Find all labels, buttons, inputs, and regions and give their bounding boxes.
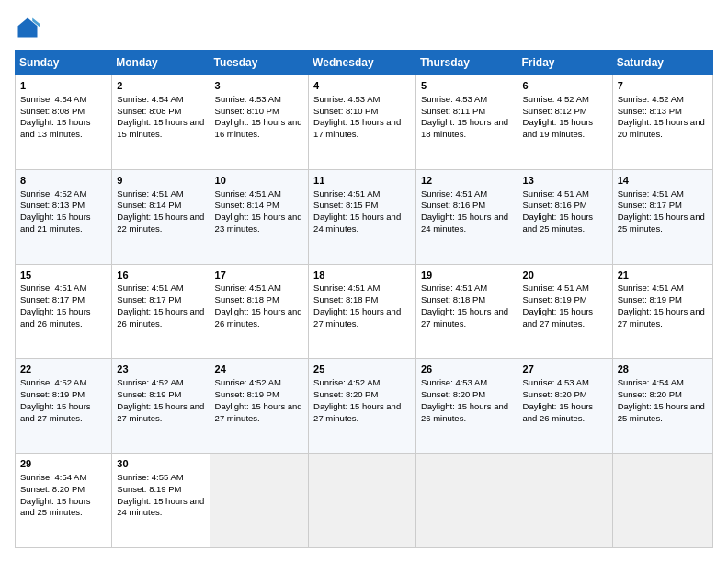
day-number: 19 (421, 269, 513, 282)
day-number: 21 (618, 269, 708, 282)
day-number: 22 (20, 362, 107, 376)
calendar-cell: 27Sunrise: 4:53 AMSunset: 8:20 PMDayligh… (518, 359, 612, 454)
daylight: Daylight: 15 hours and 20 minutes. (618, 117, 705, 139)
sunrise: Sunrise: 4:52 AM (313, 377, 380, 387)
sunset: Sunset: 8:19 PM (523, 294, 587, 304)
sunset: Sunset: 8:16 PM (421, 200, 485, 210)
week-row-5: 29Sunrise: 4:54 AMSunset: 8:20 PMDayligh… (16, 454, 713, 548)
calendar-cell: 13Sunrise: 4:51 AMSunset: 8:16 PMDayligh… (518, 169, 612, 264)
daylight: Daylight: 15 hours and 26 minutes. (523, 401, 594, 423)
day-number: 30 (117, 457, 204, 471)
header (15, 15, 713, 40)
sunrise: Sunrise: 4:51 AM (20, 282, 86, 293)
day-number: 6 (523, 79, 608, 93)
week-row-3: 15Sunrise: 4:51 AMSunset: 8:17 PMDayligh… (16, 264, 713, 359)
daylight: Daylight: 15 hours and 25 minutes. (20, 496, 91, 518)
day-number: 11 (313, 174, 411, 188)
daylight: Daylight: 15 hours and 27 minutes. (421, 306, 508, 328)
col-header-wednesday: Wednesday (309, 51, 416, 75)
day-number: 25 (313, 362, 411, 376)
logo-icon (15, 15, 40, 40)
sunset: Sunset: 8:15 PM (313, 200, 378, 210)
calendar-cell: 21Sunrise: 4:51 AMSunset: 8:19 PMDayligh… (612, 264, 712, 359)
sunrise: Sunrise: 4:52 AM (523, 94, 589, 104)
day-number: 14 (618, 174, 708, 188)
sunset: Sunset: 8:10 PM (215, 106, 279, 116)
sunrise: Sunrise: 4:51 AM (313, 282, 380, 293)
col-header-friday: Friday (518, 51, 612, 75)
day-number: 8 (20, 174, 107, 188)
sunrise: Sunrise: 4:51 AM (215, 282, 281, 293)
calendar-cell: 24Sunrise: 4:52 AMSunset: 8:19 PMDayligh… (210, 359, 309, 454)
sunset: Sunset: 8:17 PM (618, 200, 682, 210)
calendar-cell: 23Sunrise: 4:52 AMSunset: 8:19 PMDayligh… (112, 359, 210, 454)
sunset: Sunset: 8:20 PM (20, 484, 85, 494)
sunset: Sunset: 8:12 PM (523, 106, 587, 116)
daylight: Daylight: 15 hours and 24 minutes. (313, 212, 401, 234)
calendar-cell: 19Sunrise: 4:51 AMSunset: 8:18 PMDayligh… (415, 264, 518, 359)
sunset: Sunset: 8:19 PM (117, 389, 181, 399)
col-header-monday: Monday (112, 51, 210, 75)
sunset: Sunset: 8:20 PM (421, 389, 485, 399)
day-number: 23 (117, 362, 204, 376)
calendar-cell: 6Sunrise: 4:52 AMSunset: 8:12 PMDaylight… (518, 75, 612, 170)
sunset: Sunset: 8:19 PM (618, 294, 682, 304)
day-number: 5 (421, 79, 513, 93)
sunrise: Sunrise: 4:51 AM (215, 189, 281, 199)
day-number: 13 (523, 174, 608, 188)
sunrise: Sunrise: 4:53 AM (215, 94, 281, 104)
week-row-1: 1Sunrise: 4:54 AMSunset: 8:08 PMDaylight… (16, 75, 713, 170)
sunrise: Sunrise: 4:54 AM (20, 472, 86, 482)
daylight: Daylight: 15 hours and 26 minutes. (20, 306, 91, 328)
sunset: Sunset: 8:18 PM (421, 294, 485, 304)
calendar-cell: 9Sunrise: 4:51 AMSunset: 8:14 PMDaylight… (112, 169, 210, 264)
daylight: Daylight: 15 hours and 27 minutes. (313, 306, 401, 328)
daylight: Daylight: 15 hours and 17 minutes. (313, 117, 401, 139)
sunrise: Sunrise: 4:51 AM (523, 282, 589, 293)
daylight: Daylight: 15 hours and 27 minutes. (618, 306, 705, 328)
sunrise: Sunrise: 4:51 AM (618, 189, 684, 199)
logo (15, 15, 44, 40)
sunrise: Sunrise: 4:53 AM (523, 377, 589, 387)
calendar-cell: 16Sunrise: 4:51 AMSunset: 8:17 PMDayligh… (112, 264, 210, 359)
sunset: Sunset: 8:14 PM (215, 200, 279, 210)
sunset: Sunset: 8:18 PM (215, 294, 279, 304)
daylight: Daylight: 15 hours and 27 minutes. (117, 401, 204, 423)
day-number: 28 (618, 362, 708, 376)
day-number: 7 (618, 79, 708, 93)
daylight: Daylight: 15 hours and 25 minutes. (618, 212, 705, 234)
sunrise: Sunrise: 4:54 AM (20, 94, 86, 104)
sunset: Sunset: 8:08 PM (20, 106, 85, 116)
day-number: 24 (215, 362, 304, 376)
sunrise: Sunrise: 4:51 AM (117, 282, 183, 293)
daylight: Daylight: 15 hours and 21 minutes. (20, 212, 91, 234)
calendar-cell: 15Sunrise: 4:51 AMSunset: 8:17 PMDayligh… (16, 264, 112, 359)
daylight: Daylight: 15 hours and 25 minutes. (523, 212, 594, 234)
daylight: Daylight: 15 hours and 15 minutes. (117, 117, 204, 139)
day-number: 20 (523, 269, 608, 282)
daylight: Daylight: 15 hours and 26 minutes. (117, 306, 204, 328)
calendar-cell: 4Sunrise: 4:53 AMSunset: 8:10 PMDaylight… (309, 75, 416, 170)
calendar-table: SundayMondayTuesdayWednesdayThursdayFrid… (15, 50, 713, 548)
calendar-cell: 30Sunrise: 4:55 AMSunset: 8:19 PMDayligh… (112, 454, 210, 548)
sunrise: Sunrise: 4:53 AM (313, 94, 380, 104)
daylight: Daylight: 15 hours and 26 minutes. (215, 306, 302, 328)
daylight: Daylight: 15 hours and 27 minutes. (20, 401, 91, 423)
calendar-cell: 28Sunrise: 4:54 AMSunset: 8:20 PMDayligh… (612, 359, 712, 454)
calendar-cell: 26Sunrise: 4:53 AMSunset: 8:20 PMDayligh… (415, 359, 518, 454)
page: SundayMondayTuesdayWednesdayThursdayFrid… (0, 0, 728, 563)
sunrise: Sunrise: 4:53 AM (421, 94, 487, 104)
daylight: Daylight: 15 hours and 27 minutes. (313, 401, 401, 423)
sunrise: Sunrise: 4:52 AM (117, 377, 183, 387)
sunrise: Sunrise: 4:51 AM (421, 282, 487, 293)
col-header-tuesday: Tuesday (210, 51, 309, 75)
daylight: Daylight: 15 hours and 16 minutes. (215, 117, 302, 139)
calendar-cell: 3Sunrise: 4:53 AMSunset: 8:10 PMDaylight… (210, 75, 309, 170)
calendar-cell: 5Sunrise: 4:53 AMSunset: 8:11 PMDaylight… (415, 75, 518, 170)
col-header-sunday: Sunday (16, 51, 112, 75)
sunset: Sunset: 8:19 PM (20, 389, 85, 399)
day-number: 27 (523, 362, 608, 376)
week-row-2: 8Sunrise: 4:52 AMSunset: 8:13 PMDaylight… (16, 169, 713, 264)
day-number: 2 (117, 79, 204, 93)
daylight: Daylight: 15 hours and 26 minutes. (421, 401, 508, 423)
